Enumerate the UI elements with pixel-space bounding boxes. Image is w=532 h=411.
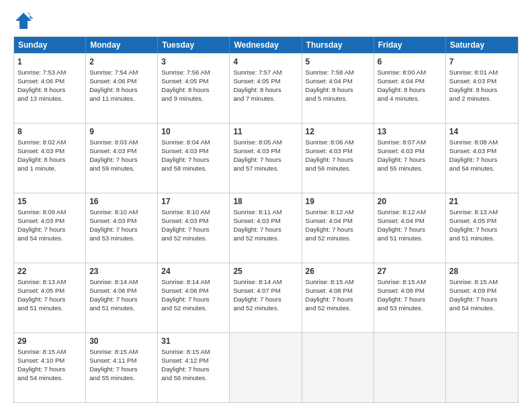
day-info-line: Sunrise: 8:02 AM bbox=[17, 138, 82, 147]
day-number: 15 bbox=[17, 196, 82, 207]
day-info-line: and 4 minutes. bbox=[378, 95, 442, 103]
day-cell-19: 19Sunrise: 8:12 AMSunset: 4:04 PMDayligh… bbox=[302, 193, 374, 263]
day-info-line: Sunrise: 8:14 AM bbox=[161, 278, 226, 287]
day-info-line: Sunset: 4:09 PM bbox=[449, 287, 515, 295]
day-info-line: Sunset: 4:06 PM bbox=[89, 287, 154, 295]
day-info-line: and 52 minutes. bbox=[161, 234, 226, 243]
day-info-line: Daylight: 7 hours bbox=[89, 365, 154, 374]
day-cell-27: 27Sunrise: 8:15 AMSunset: 4:08 PMDayligh… bbox=[374, 263, 446, 332]
day-cell-25: 25Sunrise: 8:14 AMSunset: 4:07 PMDayligh… bbox=[230, 263, 302, 332]
day-info-line: Daylight: 7 hours bbox=[89, 226, 154, 234]
day-header-friday: Friday bbox=[374, 37, 446, 53]
day-info-line: Sunset: 4:04 PM bbox=[378, 217, 442, 226]
day-cell-14: 14Sunrise: 8:08 AMSunset: 4:03 PMDayligh… bbox=[446, 124, 518, 193]
day-info-line: Sunrise: 8:07 AM bbox=[378, 138, 442, 147]
day-info-line: Daylight: 8 hours bbox=[17, 156, 82, 165]
day-info-line: and 5 minutes. bbox=[306, 95, 370, 103]
day-cell-29: 29Sunrise: 8:15 AMSunset: 4:10 PMDayligh… bbox=[14, 333, 86, 402]
day-number: 25 bbox=[233, 266, 298, 277]
empty-cell bbox=[446, 333, 518, 402]
day-info-line: Sunrise: 7:53 AM bbox=[17, 68, 82, 77]
day-number: 12 bbox=[306, 126, 370, 137]
day-info-line: Sunset: 4:03 PM bbox=[378, 147, 442, 156]
day-info-line: Sunrise: 8:13 AM bbox=[449, 208, 515, 217]
day-info-line: Sunrise: 7:58 AM bbox=[306, 68, 370, 77]
day-info-line: Sunset: 4:05 PM bbox=[161, 77, 226, 86]
day-cell-15: 15Sunrise: 8:09 AMSunset: 4:03 PMDayligh… bbox=[14, 193, 86, 263]
day-cell-13: 13Sunrise: 8:07 AMSunset: 4:03 PMDayligh… bbox=[374, 124, 446, 193]
day-info-line: Sunset: 4:11 PM bbox=[89, 357, 154, 365]
day-info-line: Sunrise: 8:13 AM bbox=[17, 278, 82, 287]
header bbox=[13, 11, 519, 31]
day-info-line: and 54 minutes. bbox=[17, 234, 82, 243]
day-number: 21 bbox=[449, 196, 515, 207]
day-info-line: Sunrise: 8:15 AM bbox=[161, 348, 226, 357]
day-info-line: and 52 minutes. bbox=[233, 234, 298, 243]
day-info-line: Daylight: 8 hours bbox=[161, 86, 226, 95]
day-info-line: and 54 minutes. bbox=[449, 165, 515, 173]
empty-cell bbox=[374, 333, 446, 402]
day-info-line: Sunrise: 8:10 AM bbox=[89, 208, 154, 217]
day-info-line: Sunset: 4:03 PM bbox=[161, 147, 226, 156]
day-info-line: Sunset: 4:03 PM bbox=[161, 217, 226, 226]
day-info-line: and 54 minutes. bbox=[17, 374, 82, 383]
day-info-line: and 2 minutes. bbox=[449, 95, 515, 103]
calendar-body: 1Sunrise: 7:53 AMSunset: 4:06 PMDaylight… bbox=[14, 53, 518, 402]
day-info-line: Sunset: 4:08 PM bbox=[306, 287, 370, 295]
day-info-line: Daylight: 7 hours bbox=[233, 226, 298, 234]
day-cell-22: 22Sunrise: 8:13 AMSunset: 4:05 PMDayligh… bbox=[14, 263, 86, 332]
day-info-line: Sunset: 4:03 PM bbox=[233, 147, 298, 156]
day-number: 23 bbox=[89, 266, 154, 277]
day-info-line: Daylight: 7 hours bbox=[306, 226, 370, 234]
day-number: 11 bbox=[233, 126, 298, 137]
day-cell-28: 28Sunrise: 8:15 AMSunset: 4:09 PMDayligh… bbox=[446, 263, 518, 332]
day-info-line: and 11 minutes. bbox=[89, 95, 154, 103]
calendar-row-2: 8Sunrise: 8:02 AMSunset: 4:03 PMDaylight… bbox=[14, 123, 518, 193]
day-number: 8 bbox=[17, 126, 82, 137]
day-info-line: Sunrise: 8:15 AM bbox=[449, 278, 515, 287]
day-cell-30: 30Sunrise: 8:15 AMSunset: 4:11 PMDayligh… bbox=[86, 333, 158, 402]
day-info-line: Sunset: 4:04 PM bbox=[306, 217, 370, 226]
day-info-line: and 51 minutes. bbox=[17, 304, 82, 313]
day-info-line: Sunset: 4:10 PM bbox=[17, 357, 82, 365]
day-number: 1 bbox=[17, 56, 82, 67]
day-info-line: Sunrise: 8:06 AM bbox=[306, 138, 370, 147]
day-info-line: Daylight: 7 hours bbox=[449, 295, 515, 304]
day-number: 24 bbox=[161, 266, 226, 277]
day-number: 18 bbox=[233, 196, 298, 207]
day-info-line: and 55 minutes. bbox=[89, 374, 154, 383]
day-cell-1: 1Sunrise: 7:53 AMSunset: 4:06 PMDaylight… bbox=[14, 54, 86, 123]
day-cell-23: 23Sunrise: 8:14 AMSunset: 4:06 PMDayligh… bbox=[86, 263, 158, 332]
svg-marker-0 bbox=[15, 13, 32, 29]
day-info-line: Daylight: 7 hours bbox=[17, 365, 82, 374]
day-info-line: Daylight: 7 hours bbox=[378, 295, 442, 304]
calendar-row-1: 1Sunrise: 7:53 AMSunset: 4:06 PMDaylight… bbox=[14, 53, 518, 123]
day-cell-24: 24Sunrise: 8:14 AMSunset: 4:06 PMDayligh… bbox=[158, 263, 230, 332]
day-info-line: Sunset: 4:03 PM bbox=[89, 147, 154, 156]
day-info-line: Sunset: 4:05 PM bbox=[17, 287, 82, 295]
day-info-line: Sunset: 4:05 PM bbox=[233, 77, 298, 86]
day-cell-12: 12Sunrise: 8:06 AMSunset: 4:03 PMDayligh… bbox=[302, 124, 374, 193]
day-info-line: Daylight: 8 hours bbox=[89, 86, 154, 95]
day-number: 13 bbox=[378, 126, 442, 137]
day-info-line: Sunset: 4:03 PM bbox=[449, 147, 515, 156]
day-number: 31 bbox=[161, 336, 226, 347]
day-info-line: Sunset: 4:12 PM bbox=[161, 357, 226, 365]
logo-icon bbox=[13, 11, 34, 31]
day-info-line: Sunrise: 8:12 AM bbox=[378, 208, 442, 217]
day-number: 22 bbox=[17, 266, 82, 277]
calendar-header: SundayMondayTuesdayWednesdayThursdayFrid… bbox=[14, 37, 518, 53]
day-info-line: and 58 minutes. bbox=[161, 165, 226, 173]
day-info-line: and 56 minutes. bbox=[161, 374, 226, 383]
day-number: 27 bbox=[378, 266, 442, 277]
day-info-line: Daylight: 7 hours bbox=[161, 226, 226, 234]
day-info-line: Sunrise: 8:14 AM bbox=[233, 278, 298, 287]
day-info-line: and 56 minutes. bbox=[306, 165, 370, 173]
day-info-line: Sunset: 4:06 PM bbox=[161, 287, 226, 295]
day-info-line: and 51 minutes. bbox=[449, 234, 515, 243]
day-info-line: Daylight: 7 hours bbox=[378, 226, 442, 234]
day-info-line: Sunrise: 8:09 AM bbox=[17, 208, 82, 217]
day-number: 14 bbox=[449, 126, 515, 137]
day-info-line: Daylight: 7 hours bbox=[161, 365, 226, 374]
day-info-line: Sunrise: 7:54 AM bbox=[89, 68, 154, 77]
